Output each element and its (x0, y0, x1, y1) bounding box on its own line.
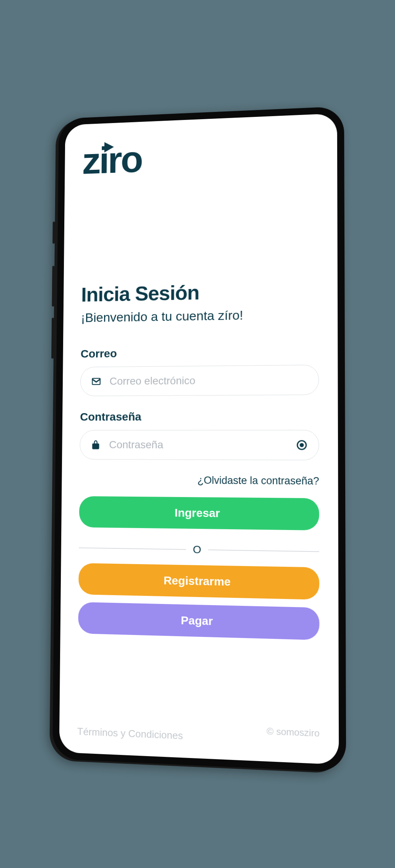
password-label: Contraseña (80, 410, 319, 423)
copyright: © somosziro (267, 725, 320, 739)
phone-volume-up (52, 266, 54, 306)
divider-line-right (208, 550, 319, 552)
email-label: Correo (80, 345, 319, 360)
svg-point-1 (300, 443, 304, 446)
terms-link[interactable]: Términos y Condiciones (77, 725, 183, 742)
page-title: Inicia Sesión (81, 278, 319, 306)
eye-icon[interactable] (296, 439, 308, 451)
logo-triangle-icon (104, 141, 114, 152)
password-field[interactable] (109, 438, 296, 451)
divider-line-left (79, 547, 186, 550)
email-form-group: Correo (80, 345, 319, 396)
login-button[interactable]: Ingresar (79, 496, 319, 530)
envelope-icon (91, 376, 101, 387)
logo-container: ziro (82, 133, 318, 179)
email-field[interactable] (109, 374, 307, 387)
password-input-wrapper[interactable] (80, 430, 319, 460)
phone-screen: ziro Inicia Sesión ¡Bienvenido a tu cuen… (59, 113, 339, 765)
phone-volume-down (51, 318, 54, 359)
or-divider: O (79, 541, 319, 558)
footer: Términos y Condiciones © somosziro (77, 641, 320, 747)
login-form-section: Inicia Sesión ¡Bienvenido a tu cuenta zí… (78, 278, 320, 648)
phone-side-button (52, 222, 55, 244)
password-form-group: Contraseña (80, 410, 319, 460)
lock-icon (90, 439, 101, 450)
divider-text: O (193, 543, 201, 556)
page-subtitle: ¡Bienvenido a tu cuenta zíro! (81, 306, 319, 325)
brand-logo: ziro (82, 133, 318, 179)
pay-button[interactable]: Pagar (78, 602, 319, 640)
forgot-password-link[interactable]: ¿Olvidaste la contraseña? (80, 474, 319, 487)
register-button[interactable]: Registrarme (78, 563, 319, 600)
phone-mockup-frame: ziro Inicia Sesión ¡Bienvenido a tu cuen… (52, 106, 346, 772)
email-input-wrapper[interactable] (80, 364, 319, 396)
